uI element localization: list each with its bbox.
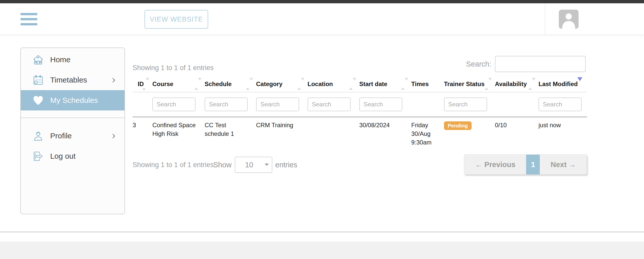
cell-schedule: CC Test schedule 1 (205, 117, 256, 147)
sidebar-item-label: Profile (50, 132, 72, 140)
avatar-person-icon (559, 10, 579, 29)
column-header-category[interactable]: Category (256, 76, 308, 92)
schedules-panel: Showing 1 to 1 of 1 entries Search: ID C… (133, 53, 587, 206)
global-search: Search: (466, 56, 586, 72)
column-header-start-date[interactable]: Start date (359, 76, 411, 92)
header-divider (545, 3, 545, 34)
sidebar-item-profile[interactable]: Profile (21, 126, 124, 146)
column-header-id[interactable]: ID (133, 76, 152, 92)
table-row[interactable]: 3 Confined Space High Risk CC Test sched… (133, 117, 587, 147)
cell-course: Confined Space High Risk (152, 117, 205, 147)
browser-top-strip (0, 0, 644, 3)
user-icon (32, 130, 44, 142)
schedules-table: ID Course Schedule Category Location Sta… (133, 76, 587, 147)
home-icon (32, 54, 44, 66)
app-header: VIEW WEBSITE (0, 3, 644, 34)
sort-icon (485, 80, 488, 88)
pagination: ← Previous 1 Next → (464, 154, 587, 175)
sidebar-item-label: Timetables (50, 76, 87, 84)
user-avatar[interactable] (559, 10, 579, 29)
column-header-location[interactable]: Location (308, 76, 359, 92)
sidebar: Home Timetables M (20, 47, 125, 214)
sidebar-item-label: Log out (50, 152, 76, 160)
page-footer (0, 241, 644, 259)
chevron-right-icon (110, 133, 117, 139)
table-bottom-bar: Showing 1 to 1 of 1 entries Show 10 entr… (133, 154, 587, 175)
filter-trainer-status-input[interactable] (444, 98, 487, 111)
header-row: ID Course Schedule Category Location Sta… (133, 76, 587, 92)
cell-location (308, 117, 359, 147)
menu-hamburger-icon[interactable] (21, 13, 37, 25)
sidebar-item-home[interactable]: Home (21, 50, 124, 70)
cell-availability: 0/10 (495, 117, 539, 147)
heart-icon (32, 94, 44, 106)
status-badge: Pending (444, 121, 472, 130)
calendar-icon (32, 74, 44, 86)
view-website-button[interactable]: VIEW WEBSITE (145, 10, 208, 29)
table-info-bottom: Showing 1 to 1 of 1 entries (133, 154, 214, 175)
sidebar-divider (21, 118, 124, 118)
cell-id: 3 (133, 117, 152, 147)
filter-last-modified-input[interactable] (539, 98, 582, 111)
next-page-button[interactable]: Next → (540, 155, 587, 174)
cell-start-date: 30/08/2024 (359, 117, 411, 147)
table-info-top: Showing 1 to 1 of 1 entries (133, 64, 214, 72)
column-header-times: Times (411, 76, 444, 92)
sort-icon (246, 80, 249, 88)
filter-category-input[interactable] (256, 98, 299, 111)
sort-icon (297, 80, 301, 88)
column-header-trainer-status[interactable]: Trainer Status (444, 76, 495, 92)
sort-icon (401, 80, 405, 88)
entries-label: entries (275, 161, 297, 169)
filter-schedule-input[interactable] (205, 98, 248, 111)
cell-times: Friday 30/Aug 9:30am (411, 117, 444, 147)
filter-course-input[interactable] (152, 98, 195, 111)
sort-icon (142, 80, 146, 88)
filter-row (133, 92, 587, 117)
search-label: Search: (466, 60, 491, 68)
cell-last-modified: just now (539, 117, 587, 147)
sort-icon (349, 80, 353, 88)
filter-location-input[interactable] (308, 98, 351, 111)
sidebar-item-label: My Schedules (50, 96, 98, 105)
page-size-control: Show 10 entries (213, 154, 297, 175)
page-number-1[interactable]: 1 (526, 155, 540, 174)
sort-icon (194, 80, 198, 88)
page-size-select[interactable]: 10 (235, 157, 272, 173)
sidebar-item-timetables[interactable]: Timetables (21, 70, 124, 90)
filter-start-date-input[interactable] (359, 98, 402, 111)
cell-category: CRM Training (256, 117, 308, 147)
global-search-input[interactable] (495, 56, 586, 72)
cell-trainer-status: Pending (444, 117, 495, 147)
column-header-schedule[interactable]: Schedule (205, 76, 256, 92)
sort-desc-icon (577, 81, 582, 88)
footer-divider (0, 232, 644, 232)
previous-page-button[interactable]: ← Previous (464, 155, 526, 174)
column-header-last-modified[interactable]: Last Modified (539, 76, 587, 92)
sidebar-item-logout[interactable]: Log out (21, 146, 124, 166)
sort-icon (528, 80, 532, 88)
sidebar-item-my-schedules[interactable]: My Schedules (21, 90, 124, 110)
logout-icon (32, 150, 44, 162)
column-header-course[interactable]: Course (152, 76, 205, 92)
chevron-right-icon (110, 77, 117, 84)
column-header-availability[interactable]: Availability (495, 76, 539, 92)
sidebar-item-label: Home (50, 55, 70, 64)
show-label: Show (213, 161, 232, 169)
